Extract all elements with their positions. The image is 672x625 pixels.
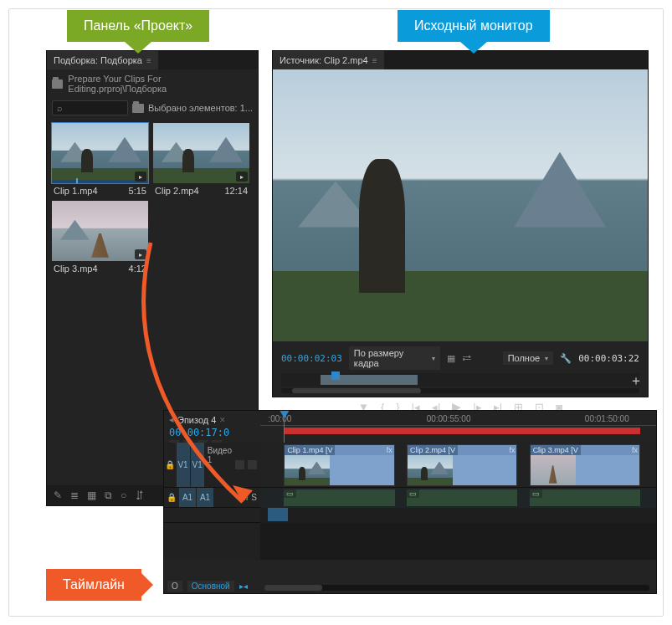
video-badge-icon: ▸ (135, 249, 146, 259)
sequence-name: Эпизод 4 (177, 415, 216, 425)
timeline-clip[interactable]: Clip 3.mp4 [V fx (530, 444, 640, 486)
source-viewport[interactable] (273, 69, 648, 341)
search-icon: ⌕ (57, 103, 63, 113)
settings-icon[interactable]: 🔧 (560, 353, 572, 364)
callout-timeline: Таймлайн (46, 569, 141, 601)
timeline-timecode[interactable]: 00:00:17:0 (169, 427, 255, 438)
source-patch-v1[interactable]: V1 (177, 443, 190, 487)
in-out-marker[interactable] (268, 508, 288, 521)
timeline-clip[interactable]: Clip 1.mp4 [V fx (284, 444, 394, 486)
zoom-select[interactable]: По размеру кадра ▾ (349, 346, 440, 370)
video-track-header[interactable]: 🔒 V1 V1 Видео 1 (164, 443, 260, 488)
timeline-zoom-thumb[interactable] (264, 585, 322, 591)
work-area-bar[interactable] (284, 428, 640, 434)
footer-main-label[interactable]: Основной (187, 581, 234, 592)
source-monitor-panel: Источник: Clip 2.mp4 ≡ 00:00:02:03 По ра… (272, 50, 649, 397)
button-editor-icon[interactable]: ＋ (629, 372, 643, 390)
close-icon[interactable]: ✕ (219, 416, 226, 424)
toggle-output-icon[interactable] (235, 460, 244, 469)
time-ruler[interactable]: :00:00 00:00:55:00 00:01:50:00 (260, 414, 656, 426)
clip-label: Clip 2.mp4 [V (408, 445, 458, 455)
search-input[interactable]: ⌕ (52, 100, 128, 115)
compare-icon[interactable]: ⮂ (462, 353, 471, 363)
panel-tab-bar: Источник: Clip 2.mp4 ≡ (273, 51, 648, 69)
source-monitor-tab[interactable]: Источник: Clip 2.mp4 ≡ (273, 51, 384, 69)
track-headers: 🔒 V1 V1 Видео 1 🔒 A1 A1 M S (164, 443, 260, 560)
clip-thumb-3[interactable]: ▸ Clip 3.mp44:12 (52, 201, 148, 274)
panel-menu-icon[interactable]: ≡ (146, 56, 151, 65)
timeline-panel: ◂ Эпизод 4 ✕ 00:00:17:0 :00:00 00:00:55:… (163, 410, 657, 594)
clip-thumb-2[interactable]: ▸ Clip 2.mp412:14 (153, 123, 249, 196)
monitor-scrubber[interactable] (281, 373, 639, 387)
playhead[interactable] (284, 411, 285, 443)
sort-icon[interactable]: ⮃ (135, 489, 145, 501)
zoom-label: По размеру кадра (354, 348, 427, 368)
audio-track-header[interactable]: 🔒 A1 A1 M S (164, 488, 260, 508)
clip-duration: 5:15 (129, 186, 146, 196)
clip-name: Clip 2.mp4 (155, 186, 199, 196)
footer-button-o[interactable]: O (167, 581, 182, 592)
resolution-select[interactable]: Полное ▾ (503, 351, 554, 365)
audio-clip[interactable]: ▭ (530, 489, 640, 506)
timecode-duration: 00:00:03:22 (578, 353, 639, 364)
audio-clip[interactable]: ▭ (407, 489, 517, 506)
clip-label: Clip 3.mp4 [V (531, 445, 581, 455)
freeform-view-icon[interactable]: ⧉ (105, 489, 112, 501)
callout-source-monitor: Исходный монитор (398, 10, 550, 42)
list-view-icon[interactable]: ≣ (70, 489, 79, 501)
resolution-label: Полное (508, 353, 541, 363)
sequence-tab[interactable]: ◂ Эпизод 4 ✕ (169, 414, 255, 425)
grid-icon[interactable]: ▦ (447, 353, 455, 364)
chevron-right-icon[interactable]: ▸◂ (239, 581, 248, 591)
project-tab-title: Подборка: Подборка (54, 55, 142, 65)
ruler-tick: 00:01:50:00 (585, 414, 629, 423)
lock-icon[interactable]: 🔒 (164, 443, 177, 487)
bin-icon[interactable] (52, 79, 63, 89)
audio-clip[interactable]: ▭ (284, 489, 394, 506)
playhead-icon[interactable] (331, 371, 340, 380)
track-target-a1[interactable]: A1 (197, 488, 213, 507)
ruler-tick: :00:00 (268, 414, 291, 423)
thumbnail-grid: ▸ Clip 1.mp45:15 ▸ Clip 2.mp412:14 ▸ Cli… (47, 118, 258, 279)
panel-tab-bar: Подборка: Подборка ≡ (47, 51, 258, 69)
fx-badge-icon[interactable]: fx (632, 446, 638, 454)
selection-count: Выбрано элементов: 1... (148, 103, 253, 113)
source-tab-title: Источник: Clip 2.mp4 (280, 55, 368, 65)
mute-button[interactable]: M (241, 493, 248, 502)
panel-menu-icon[interactable]: ≡ (372, 56, 377, 65)
zoom-slider-icon[interactable]: ○ (121, 489, 126, 501)
chevron-down-icon: ▾ (432, 355, 435, 362)
ruler-tick: 00:00:55:00 (427, 414, 471, 423)
timeline-zoom-track[interactable] (264, 585, 649, 591)
clip-name: Clip 3.mp4 (54, 264, 98, 274)
solo-button[interactable]: S (251, 493, 257, 502)
track-target-v1[interactable]: V1 (191, 443, 204, 487)
fx-badge-icon[interactable]: fx (387, 446, 392, 454)
clip-name: Clip 1.mp4 (54, 186, 98, 196)
breadcrumb: Prepare Your Clips For Editing.prproj\По… (68, 74, 253, 94)
video-badge-icon: ▸ (135, 172, 146, 182)
clip-duration: 12:14 (224, 186, 248, 196)
track-name: Видео 1 (204, 443, 235, 487)
callout-project-panel: Панель «Проект» (67, 10, 209, 42)
fx-badge-icon[interactable]: fx (509, 446, 515, 454)
breadcrumb-row: Prepare Your Clips For Editing.prproj\По… (47, 69, 258, 98)
master-track-header (164, 508, 260, 523)
new-bin-icon[interactable] (131, 102, 145, 114)
pencil-icon[interactable]: ✎ (54, 489, 62, 501)
clip-label: Clip 1.mp4 [V (285, 445, 335, 455)
project-panel-tab[interactable]: Подборка: Подборка ≡ (47, 51, 158, 69)
timeline-clip-area[interactable]: Clip 1.mp4 [V fx Clip 2.mp4 [V fx Clip 3… (260, 443, 656, 560)
timecode-current[interactable]: 00:00:02:03 (281, 353, 342, 364)
clip-thumb-1[interactable]: ▸ Clip 1.mp45:15 (52, 123, 148, 196)
lock-icon[interactable]: 🔒 (164, 488, 179, 507)
timeline-clip[interactable]: Clip 2.mp4 [V fx (407, 444, 517, 486)
icon-view-icon[interactable]: ▦ (87, 489, 96, 501)
clip-duration: 4:12 (129, 264, 146, 274)
zoom-scroll-thumb[interactable] (292, 388, 421, 393)
source-patch-a1[interactable]: A1 (179, 488, 196, 507)
video-badge-icon: ▸ (236, 172, 248, 182)
toggle-sync-icon[interactable] (248, 460, 257, 469)
chevron-down-icon: ▾ (545, 355, 548, 362)
